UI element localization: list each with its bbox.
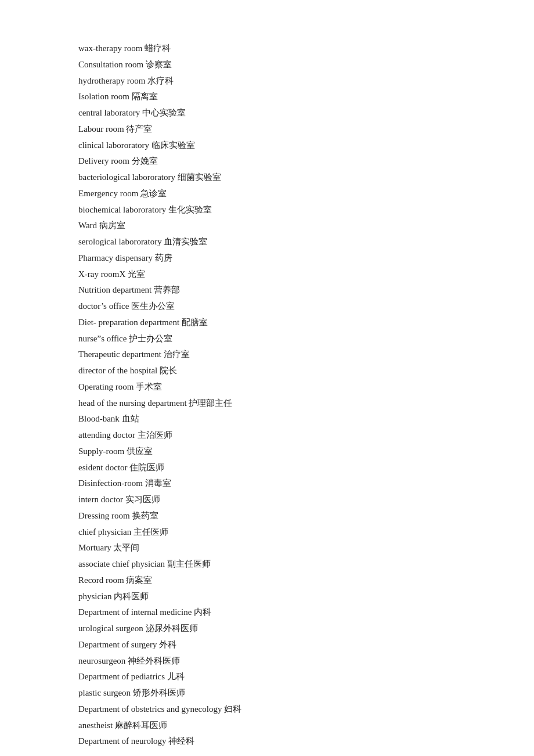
chinese-term: 住院医师 <box>129 463 164 472</box>
english-term: director of the hospital <box>78 366 160 375</box>
chinese-term: 蜡疗科 <box>145 44 171 53</box>
list-item: esident doctor 住院医师 <box>78 460 456 476</box>
list-item: intern doctor 实习医师 <box>78 492 456 508</box>
chinese-term: 血站 <box>122 414 139 423</box>
list-item: Department of neurology 神经科 <box>78 733 456 750</box>
chinese-term: 急诊室 <box>140 189 167 198</box>
english-term: urological surgeon <box>78 624 146 633</box>
list-item: associate chief physician 副主任医师 <box>78 556 456 573</box>
chinese-term: 临床实验室 <box>151 141 195 150</box>
english-term: Labour room <box>78 124 126 134</box>
english-term: doctor’s office <box>78 301 131 311</box>
english-term: Department of obstetrics and gynecology <box>78 704 224 714</box>
english-term: clinical labororatory <box>78 141 151 150</box>
english-term: Therapeutic department <box>78 350 164 359</box>
chinese-term: 血清实验室 <box>164 237 207 246</box>
english-term: Dressing room <box>78 511 132 520</box>
english-term: hydrotherapy room <box>78 76 147 85</box>
english-term: Isolation room <box>78 92 132 101</box>
list-item: urological surgeon 泌尿外科医师 <box>78 621 456 637</box>
chinese-term: 内科 <box>194 607 211 617</box>
chinese-term: 副主任医师 <box>167 559 211 568</box>
list-item: bacteriological labororatory 细菌实验室 <box>78 170 456 186</box>
chinese-term: 神经科 <box>168 736 194 746</box>
english-term: bacteriological labororatory <box>78 172 178 182</box>
english-term: Ward <box>78 221 99 230</box>
list-item: anestheist 麻醉科耳医师 <box>78 718 456 734</box>
list-item: neurosurgeon 神经外科医师 <box>78 653 456 669</box>
english-term: Supply-room <box>78 447 127 456</box>
chinese-term: 实习医师 <box>125 495 160 504</box>
english-term: esident doctor <box>78 463 129 472</box>
list-item: Pharmacy dispensary 药房 <box>78 250 456 267</box>
chinese-term: 护理部主任 <box>189 398 232 408</box>
chinese-term: 内科医师 <box>114 592 149 601</box>
chinese-term: 待产室 <box>126 124 152 134</box>
english-term: chief physician <box>78 527 134 537</box>
english-term: Record room <box>78 575 126 585</box>
english-term: intern doctor <box>78 495 125 504</box>
english-term: X-ray roomX <box>78 269 128 279</box>
english-term: Disinfection-room <box>78 478 145 488</box>
english-term: serological labororatory <box>78 237 164 246</box>
chinese-term: 细菌实验室 <box>178 172 221 182</box>
chinese-term: 营养部 <box>154 285 180 294</box>
chinese-term: 手术室 <box>136 382 162 391</box>
chinese-term: 主任医师 <box>134 527 168 537</box>
english-term: Consultation room <box>78 60 146 69</box>
list-item: Blood-bank 血站 <box>78 411 456 427</box>
list-item: Labour room 待产室 <box>78 121 456 138</box>
chinese-term: 医生办公室 <box>131 301 175 311</box>
chinese-term: 换药室 <box>132 511 158 520</box>
english-term: Diet- preparation department <box>78 318 182 327</box>
list-item: Department of internal medicine 内科 <box>78 604 456 621</box>
chinese-term: 供应室 <box>127 447 153 456</box>
chinese-term: 消毒室 <box>145 478 171 488</box>
list-item: physician 内科医师 <box>78 589 456 605</box>
english-term: neurosurgeon <box>78 656 128 665</box>
list-item: chief physician 主任医师 <box>78 524 456 541</box>
chinese-term: 生化实验室 <box>168 205 212 214</box>
english-term: Blood-bank <box>78 414 122 423</box>
list-item: hydrotherapy room 水疗科 <box>78 73 456 89</box>
chinese-term: 泌尿外科医师 <box>146 624 198 633</box>
list-item: central laboratory 中心实验室 <box>78 105 456 121</box>
list-item: Consultation room 诊察室 <box>78 57 456 73</box>
list-item: Dressing room 换药室 <box>78 508 456 524</box>
english-term: Department of surgery <box>78 640 159 649</box>
list-item: Department of obstetrics and gynecology … <box>78 701 456 718</box>
list-item: clinical labororatory 临床实验室 <box>78 138 456 154</box>
chinese-term: 护士办公室 <box>129 334 172 343</box>
english-term: attending doctor <box>78 430 138 440</box>
list-item: Department of surgery 外科 <box>78 637 456 653</box>
english-term: Nutrition department <box>78 285 154 294</box>
list-item: X-ray roomX 光室 <box>78 267 456 283</box>
chinese-term: 病房室 <box>99 221 125 230</box>
list-item: biochemical labororatory 生化实验室 <box>78 202 456 218</box>
chinese-term: 隔离室 <box>132 92 158 101</box>
list-item: director of the hospital 院长 <box>78 363 456 379</box>
english-term: Pharmacy dispensary <box>78 253 155 262</box>
list-item: Mortuary 太平间 <box>78 540 456 556</box>
english-term: physician <box>78 592 114 601</box>
list-item: Record room 病案室 <box>78 573 456 589</box>
english-term: central laboratory <box>78 108 142 117</box>
english-term: Emergency room <box>78 189 140 198</box>
list-item: nurse”s office 护士办公室 <box>78 331 456 347</box>
chinese-term: 病案室 <box>126 575 152 585</box>
chinese-term: 水疗科 <box>147 76 174 85</box>
list-item: wax-therapy room 蜡疗科 <box>78 41 456 57</box>
chinese-term: 分娩室 <box>132 156 158 165</box>
chinese-term: 外科 <box>159 640 176 649</box>
list-item: attending doctor 主治医师 <box>78 427 456 444</box>
english-term: Department of internal medicine <box>78 607 194 617</box>
chinese-term: 妇科 <box>224 704 241 714</box>
chinese-term: 治疗室 <box>164 350 190 359</box>
english-term: Department of pediatrics <box>78 672 167 681</box>
list-item: doctor’s office 医生办公室 <box>78 298 456 315</box>
english-term: head of the nursing department <box>78 398 189 408</box>
list-item: Ward 病房室 <box>78 218 456 234</box>
english-term: nurse”s office <box>78 334 129 343</box>
vocabulary-list: wax-therapy room 蜡疗科Consultation room 诊察… <box>78 41 456 750</box>
english-term: wax-therapy room <box>78 44 145 53</box>
